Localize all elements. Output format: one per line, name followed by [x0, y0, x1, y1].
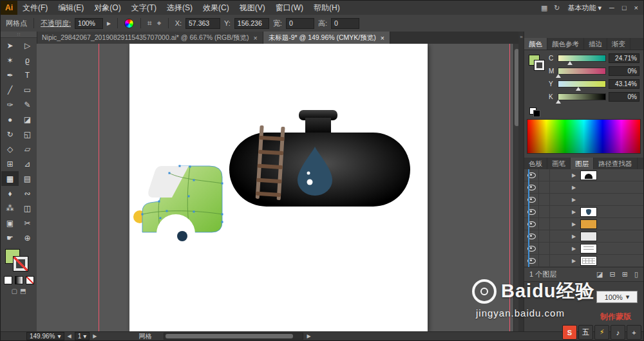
- zoom-level-dropdown[interactable]: 149.96% ▾: [26, 332, 64, 340]
- layer-row-0[interactable]: ▶: [524, 169, 643, 181]
- eraser-tool[interactable]: ◪: [19, 112, 36, 127]
- menubar-item-2[interactable]: 对象(O): [89, 1, 126, 15]
- k-value-field[interactable]: 0%: [609, 92, 639, 102]
- opacity-dropdown-arrow-icon[interactable]: ▸: [107, 19, 111, 28]
- close-button[interactable]: ×: [634, 4, 638, 12]
- magic-wand-tool[interactable]: ✶: [1, 53, 19, 68]
- selection-tool[interactable]: ➤: [1, 38, 19, 53]
- m-slider[interactable]: [558, 68, 606, 75]
- panel-grip[interactable]: ∷: [1, 32, 37, 38]
- shape-builder-tool[interactable]: ⊞: [1, 156, 19, 171]
- bw-swatch-pair[interactable]: [529, 107, 542, 117]
- x-field[interactable]: 57.363: [185, 18, 220, 29]
- expand-chevron-icon[interactable]: ▶: [572, 172, 576, 178]
- color-panel-tab-0[interactable]: 颜色: [524, 38, 547, 50]
- visibility-toggle[interactable]: [524, 206, 539, 217]
- ime-settings-icon[interactable]: +: [627, 325, 641, 340]
- ime-sogou-icon[interactable]: S: [562, 325, 577, 340]
- expand-chevron-icon[interactable]: ▶: [572, 246, 576, 252]
- blend-tool[interactable]: ∾: [19, 186, 36, 201]
- menubar-item-0[interactable]: 文件(F): [17, 1, 53, 15]
- color-mode-button[interactable]: [4, 276, 12, 284]
- slider-handle-icon[interactable]: [567, 61, 573, 65]
- height-field[interactable]: 0: [331, 18, 359, 29]
- screen-mode-icon[interactable]: ⬒: [20, 288, 26, 295]
- color-panel-tab-3[interactable]: 渐变: [607, 38, 630, 50]
- delete-layer-icon[interactable]: ▯: [634, 270, 638, 279]
- ime-lightning-icon[interactable]: ⚡: [594, 325, 609, 340]
- truck-cab-shape[interactable]: [129, 156, 227, 241]
- m-value-field[interactable]: 0%: [609, 66, 639, 76]
- y-field[interactable]: 156.236: [234, 18, 269, 29]
- menubar-item-4[interactable]: 选择(S): [162, 1, 198, 15]
- menubar-item-3[interactable]: 文字(T): [126, 1, 162, 15]
- arrange-documents-icon[interactable]: ▦: [541, 4, 547, 12]
- dock-panel-tab-1[interactable]: 画笔: [547, 158, 571, 169]
- layer-row-2[interactable]: ▶: [524, 194, 643, 206]
- scale-tool[interactable]: ◱: [19, 127, 36, 142]
- black-swatch[interactable]: [533, 110, 540, 117]
- color-spectrum-bar[interactable]: [527, 119, 641, 154]
- visibility-toggle[interactable]: [524, 181, 539, 193]
- paintbrush-tool[interactable]: ✑: [1, 97, 19, 112]
- none-mode-button[interactable]: [26, 276, 34, 284]
- recolor-artwork-icon[interactable]: [124, 19, 134, 28]
- menubar-item-5[interactable]: 效果(C): [198, 1, 234, 15]
- visibility-toggle[interactable]: [524, 230, 539, 242]
- lock-cell[interactable]: [539, 255, 550, 266]
- opacity-field[interactable]: 100%: [75, 18, 103, 29]
- eyedropper-tool[interactable]: ♦: [1, 186, 19, 201]
- color-panel-tab-2[interactable]: 描边: [584, 38, 607, 50]
- free-transform-tool[interactable]: ▱: [19, 142, 36, 156]
- visibility-toggle[interactable]: [524, 169, 539, 181]
- menubar-item-8[interactable]: 帮助(H): [308, 1, 345, 15]
- dock-panel-tab-0[interactable]: 色板: [524, 158, 547, 169]
- pencil-tool[interactable]: ✎: [19, 97, 36, 112]
- wheel-hub-shape[interactable]: [177, 231, 187, 241]
- dock-panel-tab-2[interactable]: 图层: [571, 158, 594, 169]
- expand-chevron-icon[interactable]: ▶: [572, 221, 576, 227]
- perspective-grid-tool[interactable]: ⊿: [19, 156, 36, 171]
- lock-cell[interactable]: [539, 218, 550, 230]
- pen-tool[interactable]: ✒: [1, 68, 19, 82]
- drop-path[interactable]: [298, 147, 332, 196]
- expand-chevron-icon[interactable]: ▶: [572, 197, 576, 203]
- slider-handle-icon[interactable]: [556, 100, 561, 104]
- artboard-tool[interactable]: ▣: [1, 216, 19, 230]
- slice-tool[interactable]: ✂: [19, 216, 36, 230]
- new-layer-icon[interactable]: ⊞: [622, 270, 628, 279]
- visibility-toggle[interactable]: [524, 243, 539, 254]
- align-icon[interactable]: ⌗: [147, 19, 152, 28]
- slider-handle-icon[interactable]: [556, 74, 561, 78]
- transform-icon[interactable]: ⌖: [157, 19, 162, 28]
- y-value-field[interactable]: 43.14%: [609, 79, 639, 89]
- visibility-toggle[interactable]: [524, 255, 539, 266]
- workspace-switcher[interactable]: 基本功能 ▾: [568, 3, 602, 13]
- width-tool[interactable]: ◇: [1, 142, 19, 156]
- direct-selection-tool[interactable]: ▷: [19, 38, 36, 53]
- artboard-number-field[interactable]: 1 ▾: [75, 332, 90, 340]
- make-clip-mask-icon[interactable]: ◪: [596, 270, 603, 279]
- visibility-toggle[interactable]: [524, 218, 539, 230]
- menubar-item-7[interactable]: 窗口(W): [270, 1, 308, 15]
- layer-row-5[interactable]: ▶: [524, 230, 643, 243]
- column-graph-tool[interactable]: ◫: [19, 201, 36, 216]
- tab-close-icon[interactable]: ×: [381, 34, 384, 42]
- expand-chevron-icon[interactable]: ▶: [572, 185, 576, 190]
- menubar-item-1[interactable]: 编辑(E): [53, 1, 89, 15]
- k-slider[interactable]: [558, 93, 606, 100]
- layer-row-1[interactable]: ▶: [524, 181, 643, 194]
- layer-row-6[interactable]: ▶: [524, 243, 643, 255]
- lock-cell[interactable]: [539, 230, 550, 242]
- transparency-opacity-dropdown[interactable]: 100% ▾: [596, 291, 638, 303]
- stroke-color-swatch[interactable]: [14, 257, 28, 271]
- c-value-field[interactable]: 24.71%: [609, 53, 639, 63]
- hand-tool[interactable]: ☛: [1, 230, 19, 245]
- document-tab-0[interactable]: Nipic_29842067_20190829115435707000.ai* …: [37, 32, 263, 44]
- line-segment-tool[interactable]: ╱: [1, 82, 19, 97]
- make-mask-button[interactable]: 制作蒙版: [600, 311, 631, 322]
- panel-fill-stroke-swatch[interactable]: [529, 55, 547, 73]
- expand-chevron-icon[interactable]: ▶: [572, 209, 576, 215]
- c-slider[interactable]: [558, 55, 606, 62]
- dock-panel-tab-3[interactable]: 路径查找器: [594, 158, 638, 169]
